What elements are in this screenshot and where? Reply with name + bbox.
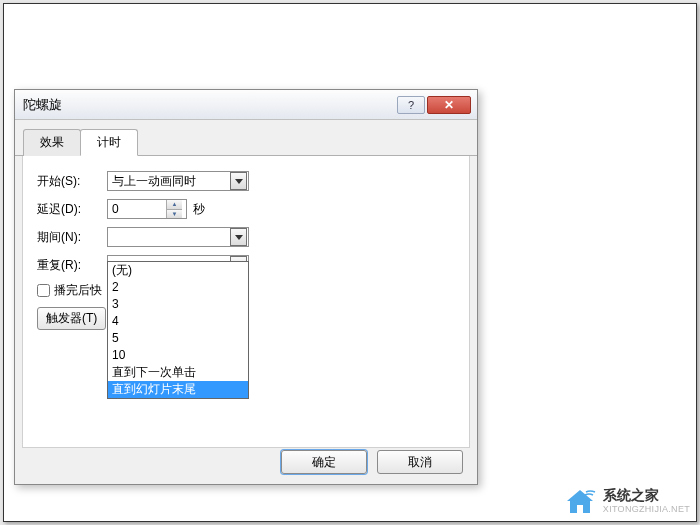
repeat-option-4[interactable]: 4 [108, 313, 248, 330]
repeat-option-5[interactable]: 5 [108, 330, 248, 347]
delay-input[interactable] [108, 201, 166, 217]
watermark-text: 系统之家 XITONGZHIJIA.NET [603, 488, 690, 516]
chevron-down-icon [235, 235, 243, 240]
ok-button[interactable]: 确定 [281, 450, 367, 474]
house-icon [563, 487, 597, 517]
row-delay: 延迟(D): ▲ ▼ 秒 [37, 198, 455, 220]
duration-combo[interactable] [107, 227, 249, 247]
repeat-option-10[interactable]: 10 [108, 347, 248, 364]
delay-label: 延迟(D): [37, 201, 107, 218]
svg-rect-1 [577, 505, 583, 513]
row-start: 开始(S): 与上一动画同时 [37, 170, 455, 192]
repeat-dropdown-list: (无) 2 3 4 5 10 直到下一次单击 直到幻灯片末尾 [107, 261, 249, 399]
animation-dialog: 陀螺旋 ? ✕ 效果 计时 开始(S): 与上一动画同时 [14, 89, 478, 485]
close-button[interactable]: ✕ [427, 96, 471, 114]
tab-effect[interactable]: 效果 [23, 129, 81, 156]
repeat-option-none[interactable]: (无) [108, 262, 248, 279]
help-icon: ? [408, 99, 414, 111]
chevron-down-icon [235, 179, 243, 184]
screenshot-frame: 陀螺旋 ? ✕ 效果 计时 开始(S): 与上一动画同时 [3, 3, 697, 522]
watermark-sub: XITONGZHIJIA.NET [603, 502, 690, 516]
delay-spin-up[interactable]: ▲ [167, 200, 182, 210]
help-button[interactable]: ? [397, 96, 425, 114]
titlebar-buttons: ? ✕ [397, 96, 471, 114]
repeat-label: 重复(R): [37, 257, 107, 274]
trigger-button[interactable]: 触发器(T) [37, 307, 106, 330]
row-duration: 期间(N): [37, 226, 455, 248]
repeat-option-until-click[interactable]: 直到下一次单击 [108, 364, 248, 381]
start-combo-button[interactable] [230, 172, 247, 190]
repeat-option-until-end[interactable]: 直到幻灯片末尾 [108, 381, 248, 398]
delay-spin-down[interactable]: ▼ [167, 210, 182, 219]
dialog-title: 陀螺旋 [23, 96, 397, 114]
close-icon: ✕ [444, 98, 454, 112]
repeat-option-3[interactable]: 3 [108, 296, 248, 313]
tab-body-timing: 开始(S): 与上一动画同时 延迟(D): ▲ ▼ 秒 期间(N [22, 156, 470, 448]
trigger-label: 触发器(T) [46, 310, 97, 327]
watermark: 系统之家 XITONGZHIJIA.NET [563, 487, 690, 517]
delay-spinner-buttons: ▲ ▼ [166, 200, 182, 218]
start-label: 开始(S): [37, 173, 107, 190]
titlebar: 陀螺旋 ? ✕ [15, 90, 477, 120]
duration-combo-button[interactable] [230, 228, 247, 246]
dialog-button-row: 确定 取消 [281, 450, 463, 474]
start-combo[interactable]: 与上一动画同时 [107, 171, 249, 191]
rewind-checkbox[interactable] [37, 284, 50, 297]
duration-label: 期间(N): [37, 229, 107, 246]
rewind-label: 播完后快 [54, 282, 102, 299]
tab-strip: 效果 计时 [15, 120, 477, 156]
watermark-main: 系统之家 [603, 488, 690, 502]
delay-spinner[interactable]: ▲ ▼ [107, 199, 187, 219]
cancel-button[interactable]: 取消 [377, 450, 463, 474]
tab-timing[interactable]: 计时 [80, 129, 138, 156]
repeat-option-2[interactable]: 2 [108, 279, 248, 296]
start-combo-value: 与上一动画同时 [108, 173, 230, 190]
delay-unit: 秒 [193, 201, 205, 218]
